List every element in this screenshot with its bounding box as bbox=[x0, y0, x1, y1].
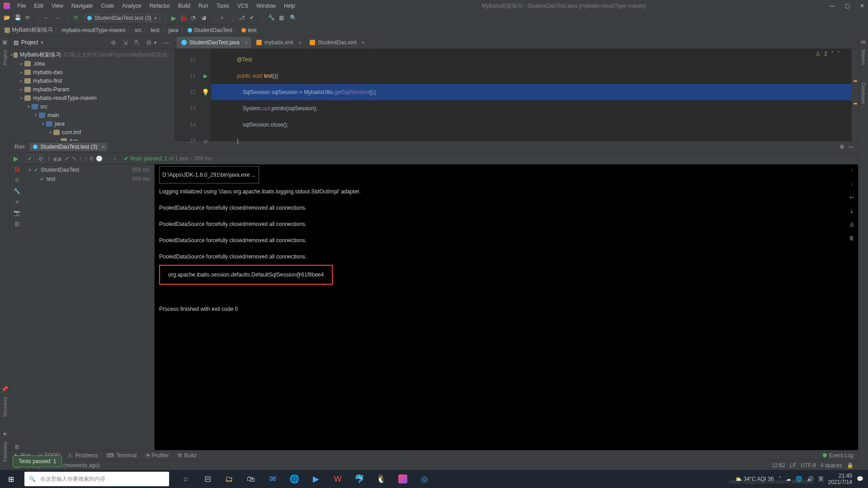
forward-icon[interactable]: → bbox=[55, 14, 62, 22]
failed-filter[interactable]: ⊘ bbox=[37, 155, 45, 163]
dump-icon[interactable]: 📷 bbox=[14, 210, 20, 216]
crumb[interactable]: MyBatis框架练习 bbox=[5, 26, 53, 34]
chrome-icon[interactable]: 🌐 bbox=[284, 470, 305, 488]
run-tab[interactable]: StudentDaoTest.test (3) × bbox=[29, 143, 107, 151]
favorites-tab[interactable]: Favorites bbox=[2, 441, 8, 462]
file-encoding[interactable]: UTF-8 bbox=[801, 462, 816, 469]
maximize-button[interactable]: ▢ bbox=[845, 3, 850, 9]
qq-icon[interactable]: 🐧 bbox=[371, 470, 392, 488]
project-tab-icon[interactable]: ▣ bbox=[2, 39, 7, 45]
app-icon[interactable]: ▶ bbox=[306, 470, 326, 488]
problems-tool-button[interactable]: ⚠Problems bbox=[68, 452, 98, 459]
taskbar-clock[interactable]: 21:45 2021/7/14 bbox=[828, 473, 852, 485]
ime-icon[interactable]: 英 bbox=[818, 475, 824, 483]
caret-position[interactable]: 12:62 bbox=[772, 462, 785, 469]
tree-node[interactable]: ▸.idea bbox=[10, 59, 175, 68]
indent-config[interactable]: 4 spaces bbox=[821, 462, 842, 469]
menu-help[interactable]: Help bbox=[281, 2, 298, 10]
tree-node[interactable]: ▸dao bbox=[10, 136, 175, 141]
tree-node[interactable]: ▾main bbox=[10, 111, 175, 119]
stop-icon[interactable]: ■ bbox=[15, 199, 19, 205]
tree-root[interactable]: ▾ MyBatis框架练习 D:\私人文件夹\JavaProjects\MyBa… bbox=[10, 51, 175, 59]
crumb[interactable]: src bbox=[134, 27, 142, 33]
maven-tab[interactable]: Maven bbox=[861, 50, 866, 65]
menu-window[interactable]: Window bbox=[254, 2, 278, 10]
scroll-down-icon[interactable]: ↓ bbox=[850, 181, 853, 187]
menu-build[interactable]: Build bbox=[175, 2, 193, 10]
coverage-icon[interactable]: ◔ bbox=[191, 14, 198, 22]
sync-icon[interactable]: ⟳ bbox=[25, 14, 33, 22]
app-icon[interactable]: ◎ bbox=[414, 470, 435, 488]
soft-wrap-icon[interactable]: ↩ bbox=[849, 194, 854, 201]
back-icon[interactable]: ← bbox=[44, 14, 51, 22]
tree-node[interactable]: ▾src bbox=[10, 102, 175, 111]
menu-vcs[interactable]: VCS bbox=[235, 2, 251, 10]
editor-scrollbar[interactable] bbox=[852, 49, 858, 141]
hide-icon[interactable]: — bbox=[162, 39, 171, 46]
group-icon[interactable]: ⫹⫺ bbox=[53, 155, 62, 162]
open-icon[interactable]: 📂 bbox=[4, 14, 11, 22]
menu-tools[interactable]: Tools bbox=[214, 2, 232, 10]
profiler-tool-button[interactable]: ◔Profiler bbox=[145, 452, 169, 459]
collapse-icon[interactable]: ⇱ bbox=[133, 39, 141, 46]
next-test-icon[interactable]: ↓ bbox=[85, 155, 87, 162]
test-node[interactable]: ▾✔ StudentDaoTest 359 ms bbox=[24, 165, 154, 174]
rerun-failed-icon[interactable]: ↻ bbox=[15, 177, 19, 183]
close-icon[interactable]: × bbox=[298, 40, 301, 45]
tree-node[interactable]: ▾com.lmf bbox=[10, 128, 175, 136]
taskbar-search[interactable]: 🔍 在这里输入你要搜索的内容 bbox=[24, 472, 169, 486]
editor-tab[interactable]: StudentDaoTest.java× bbox=[177, 37, 252, 48]
editor-tab[interactable]: StudentDao.xml× bbox=[305, 37, 368, 48]
debug-icon[interactable]: 🐞 bbox=[14, 166, 20, 173]
profile-icon[interactable]: ◕ bbox=[202, 14, 209, 22]
clear-icon[interactable]: 🗑 bbox=[849, 235, 854, 241]
test-tree[interactable]: ▾✔ StudentDaoTest 359 ms ✔ test 359 ms bbox=[24, 164, 155, 450]
locate-icon[interactable]: ⊕ bbox=[109, 39, 118, 46]
export-icon[interactable]: ⎘ bbox=[90, 155, 93, 162]
debug-button[interactable]: 🐞 bbox=[180, 14, 187, 21]
app-icon[interactable]: 🐬 bbox=[349, 470, 370, 488]
gear-icon[interactable]: ⚙ ▾ bbox=[145, 39, 158, 46]
cortana-icon[interactable]: ⊟ bbox=[197, 470, 218, 488]
run-button[interactable]: ▶ bbox=[171, 14, 176, 22]
passed-filter[interactable]: ✔ bbox=[26, 155, 34, 163]
menu-view[interactable]: View bbox=[49, 2, 66, 10]
rerun-button[interactable]: ▶ bbox=[14, 155, 19, 162]
scroll-up-icon[interactable]: ↑ bbox=[850, 167, 853, 174]
project-tree[interactable]: ▾ MyBatis框架练习 D:\私人文件夹\JavaProjects\MyBa… bbox=[10, 49, 175, 141]
layout-icon[interactable]: ▥ bbox=[14, 221, 19, 227]
toggle-autotest-icon[interactable]: 🔧 bbox=[14, 188, 20, 194]
star-icon[interactable]: ★ bbox=[2, 431, 7, 437]
console-output[interactable]: D:\Apps\JDK-1.8.0_291\bin\java.exe ... L… bbox=[155, 164, 845, 450]
test-node[interactable]: ✔ test 359 ms bbox=[24, 174, 154, 183]
start-button[interactable]: ⊞ bbox=[0, 470, 22, 488]
expand-icon[interactable]: ⇲ bbox=[121, 39, 129, 46]
build-tool-button[interactable]: ⚒Build bbox=[177, 452, 197, 459]
fold-strip[interactable]: ▶💡⊟ bbox=[200, 49, 211, 141]
crumb[interactable]: mybatis-resultType-maven bbox=[62, 27, 126, 33]
line-separator[interactable]: LF bbox=[790, 462, 796, 469]
crumb[interactable]: java bbox=[169, 27, 179, 33]
task-view-icon[interactable]: ○ bbox=[175, 470, 196, 488]
menu-run[interactable]: Run bbox=[196, 2, 211, 10]
maven-icon[interactable]: m bbox=[861, 39, 866, 45]
trash-icon[interactable]: 🗑 bbox=[14, 444, 20, 450]
event-log-button[interactable]: Event Log bbox=[823, 452, 854, 459]
menu-file[interactable]: File bbox=[14, 2, 28, 10]
tree-node[interactable]: ▸mybatis-Param bbox=[10, 85, 175, 94]
history-icon[interactable]: 🕘 bbox=[96, 155, 103, 162]
menu-navigate[interactable]: Navigate bbox=[69, 2, 95, 10]
crumb[interactable]: StudentDaoTest bbox=[188, 27, 232, 33]
editor-body[interactable]: ⚠ 2 ˄ ˅ 101112131415 ▶💡⊟ @Test public vo… bbox=[175, 49, 858, 141]
menu-refactor[interactable]: Refactor bbox=[147, 2, 173, 10]
git-icon[interactable]: ⎇ bbox=[239, 14, 246, 22]
crumb[interactable]: test bbox=[151, 27, 159, 33]
wps-icon[interactable]: W bbox=[327, 470, 348, 488]
print-icon[interactable]: 🖨 bbox=[849, 221, 854, 228]
commit-icon[interactable]: ✔ bbox=[250, 14, 257, 22]
intellij-icon[interactable] bbox=[392, 470, 413, 488]
search-icon[interactable]: 🔍 bbox=[290, 14, 297, 22]
prev-test-icon[interactable]: ↑ bbox=[79, 155, 82, 162]
project-tab-label[interactable]: Project bbox=[2, 50, 8, 65]
layout-icon[interactable]: ▦ bbox=[279, 14, 286, 22]
